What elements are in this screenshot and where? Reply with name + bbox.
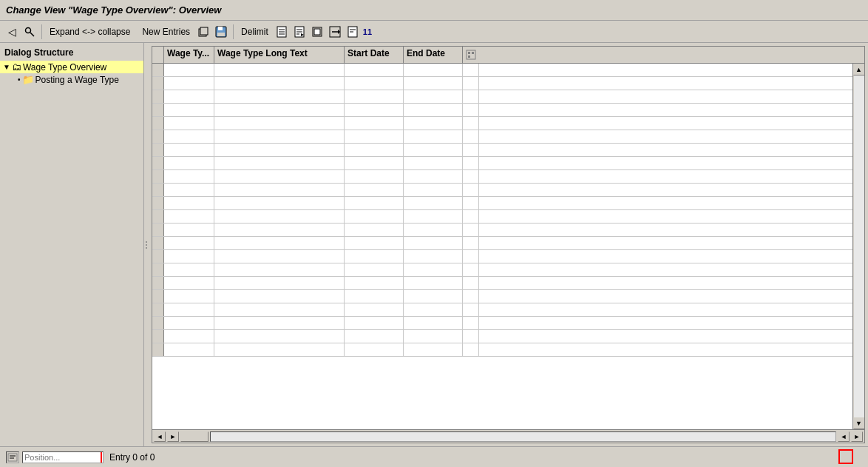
cell-wagetext[interactable] bbox=[214, 197, 345, 209]
cell-enddate[interactable] bbox=[404, 184, 463, 196]
cell-settings[interactable] bbox=[463, 343, 479, 356]
cell-enddate[interactable] bbox=[404, 130, 463, 143]
cell-wagetext[interactable] bbox=[214, 77, 345, 90]
cell-startdate[interactable] bbox=[345, 104, 404, 116]
cell-enddate[interactable] bbox=[404, 303, 463, 316]
table-row[interactable] bbox=[152, 250, 864, 263]
cell-enddate[interactable] bbox=[404, 290, 463, 303]
cell-wagety[interactable] bbox=[164, 290, 214, 303]
cell-wagetext[interactable] bbox=[214, 184, 345, 196]
cell-settings[interactable] bbox=[463, 77, 479, 90]
cell-enddate[interactable] bbox=[404, 117, 463, 130]
cell-wagetext[interactable] bbox=[214, 263, 345, 276]
cell-settings[interactable] bbox=[463, 117, 479, 130]
cell-wagety[interactable] bbox=[164, 277, 214, 289]
table-row[interactable] bbox=[152, 237, 864, 250]
cell-wagetext[interactable] bbox=[214, 210, 345, 223]
cell-startdate[interactable] bbox=[345, 77, 404, 90]
doc-icon-5[interactable] bbox=[345, 24, 360, 39]
cell-enddate[interactable] bbox=[404, 237, 463, 249]
cell-wagety[interactable] bbox=[164, 130, 214, 143]
cell-settings[interactable] bbox=[463, 237, 479, 249]
cell-wagety[interactable] bbox=[164, 170, 214, 183]
cell-wagety[interactable] bbox=[164, 210, 214, 223]
table-row[interactable] bbox=[152, 90, 864, 104]
save-icon[interactable] bbox=[214, 24, 228, 39]
cell-wagetext[interactable] bbox=[214, 104, 345, 116]
cell-wagetext[interactable] bbox=[214, 237, 345, 249]
cell-wagety[interactable] bbox=[164, 90, 214, 103]
table-row[interactable] bbox=[152, 317, 864, 330]
position-input[interactable] bbox=[22, 451, 104, 463]
delimit-button[interactable]: Delimit bbox=[238, 25, 271, 38]
cell-wagetext[interactable] bbox=[214, 317, 345, 329]
doc-icon-1[interactable] bbox=[274, 24, 289, 39]
cell-wagety[interactable] bbox=[164, 144, 214, 156]
cell-wagetext[interactable] bbox=[214, 64, 345, 76]
table-row[interactable] bbox=[152, 224, 864, 237]
cell-enddate[interactable] bbox=[404, 224, 463, 236]
table-row[interactable] bbox=[152, 263, 864, 277]
cell-wagety[interactable] bbox=[164, 343, 214, 356]
cell-startdate[interactable] bbox=[345, 263, 404, 276]
new-entries-button[interactable]: New Entries bbox=[139, 25, 193, 38]
cell-settings[interactable] bbox=[463, 290, 479, 303]
table-row[interactable] bbox=[152, 343, 864, 357]
h-scroll-thumb[interactable] bbox=[180, 431, 208, 442]
cell-wagety[interactable] bbox=[164, 157, 214, 169]
cell-wagety[interactable] bbox=[164, 237, 214, 249]
cell-settings[interactable] bbox=[463, 90, 479, 103]
doc-icon-4[interactable] bbox=[328, 24, 342, 39]
cell-startdate[interactable] bbox=[345, 237, 404, 249]
back-icon[interactable]: ◁ bbox=[4, 24, 19, 39]
cell-wagetext[interactable] bbox=[214, 117, 345, 130]
cell-startdate[interactable] bbox=[345, 130, 404, 143]
cell-settings[interactable] bbox=[463, 130, 479, 143]
cell-wagetext[interactable] bbox=[214, 130, 345, 143]
cell-wagetext[interactable] bbox=[214, 290, 345, 303]
scroll-track[interactable] bbox=[854, 75, 864, 417]
table-row[interactable] bbox=[152, 184, 864, 197]
cell-wagetext[interactable] bbox=[214, 170, 345, 183]
table-row[interactable] bbox=[152, 197, 864, 210]
cell-settings[interactable] bbox=[463, 277, 479, 289]
cell-settings[interactable] bbox=[463, 104, 479, 116]
cell-startdate[interactable] bbox=[345, 330, 404, 343]
cell-settings[interactable] bbox=[463, 210, 479, 223]
cell-wagetext[interactable] bbox=[214, 303, 345, 316]
cell-enddate[interactable] bbox=[404, 144, 463, 156]
cell-wagety[interactable] bbox=[164, 330, 214, 343]
h-scroll-track[interactable] bbox=[210, 431, 836, 442]
cell-wagety[interactable] bbox=[164, 117, 214, 130]
cell-enddate[interactable] bbox=[404, 330, 463, 343]
cell-startdate[interactable] bbox=[345, 277, 404, 289]
cell-enddate[interactable] bbox=[404, 170, 463, 183]
cell-startdate[interactable] bbox=[345, 290, 404, 303]
table-row[interactable] bbox=[152, 303, 864, 317]
cell-settings[interactable] bbox=[463, 250, 479, 263]
cell-wagetext[interactable] bbox=[214, 330, 345, 343]
cell-startdate[interactable] bbox=[345, 224, 404, 236]
cell-settings[interactable] bbox=[463, 64, 479, 76]
cell-startdate[interactable] bbox=[345, 144, 404, 156]
cell-wagety[interactable] bbox=[164, 197, 214, 209]
cell-settings[interactable] bbox=[463, 184, 479, 196]
cell-wagetext[interactable] bbox=[214, 277, 345, 289]
table-row[interactable] bbox=[152, 330, 864, 343]
cell-startdate[interactable] bbox=[345, 64, 404, 76]
cell-wagety[interactable] bbox=[164, 263, 214, 276]
cell-startdate[interactable] bbox=[345, 184, 404, 196]
cell-wagetext[interactable] bbox=[214, 90, 345, 103]
nav-right-button[interactable]: ► bbox=[167, 431, 179, 442]
cell-startdate[interactable] bbox=[345, 90, 404, 103]
copy-icon[interactable] bbox=[196, 24, 211, 39]
cell-wagety[interactable] bbox=[164, 317, 214, 329]
cell-enddate[interactable] bbox=[404, 157, 463, 169]
cell-settings[interactable] bbox=[463, 157, 479, 169]
sidebar-item-posting-wage-type[interactable]: • 📁 Posting a Wage Type bbox=[0, 73, 143, 86]
cell-wagety[interactable] bbox=[164, 250, 214, 263]
cell-wagety[interactable] bbox=[164, 64, 214, 76]
cell-wagety[interactable] bbox=[164, 303, 214, 316]
cell-enddate[interactable] bbox=[404, 210, 463, 223]
table-row[interactable] bbox=[152, 210, 864, 224]
